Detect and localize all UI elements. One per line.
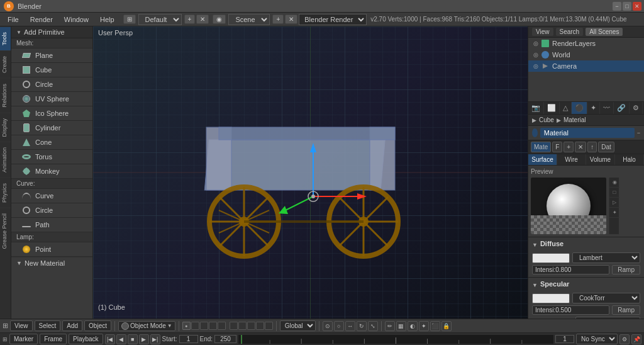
add-plane[interactable]: Plane — [11, 48, 92, 63]
toolbar-icon-left[interactable]: ⊞ — [3, 322, 8, 330]
add-torus[interactable]: Torus — [11, 150, 92, 164]
diffuse-shader-select[interactable]: Lambert — [572, 252, 640, 263]
prop-btn-plus[interactable]: + — [564, 142, 574, 152]
layer-btn-6[interactable] — [230, 322, 238, 330]
toolbar-add[interactable]: Add — [62, 320, 82, 331]
add-path[interactable]: Path — [11, 218, 92, 232]
prop-btn-f[interactable]: F — [552, 142, 562, 152]
diffuse-color-swatch[interactable] — [532, 253, 570, 263]
hardness-value[interactable]: 50 — [575, 317, 640, 319]
play-btn[interactable]: ▶ — [139, 334, 149, 344]
end-frame-input[interactable] — [214, 335, 236, 343]
outliner-render-layers[interactable]: ◎ RenderLayers — [528, 38, 644, 49]
close-button[interactable]: ✕ — [633, 2, 641, 11]
viewport-3d[interactable]: User Persp (1) Cube — [93, 26, 528, 319]
diffuse-intens-field[interactable]: Intensi:0.800 — [532, 265, 609, 274]
layer-btn-5[interactable] — [218, 322, 226, 330]
timeline-marker[interactable]: Marker — [9, 334, 38, 344]
toolbar-view[interactable]: View — [10, 320, 33, 331]
layer-btn-9[interactable] — [256, 322, 264, 330]
scene-select[interactable]: Scene — [228, 14, 270, 25]
prop-icon-camera[interactable]: 📷 — [528, 102, 544, 114]
specular-color-swatch[interactable] — [532, 293, 570, 303]
new-material-section[interactable]: ▼ New Material — [11, 257, 92, 269]
add-circle[interactable]: Circle — [11, 77, 92, 92]
tab-relations[interactable]: Relations — [0, 78, 11, 113]
layer-btn-10[interactable] — [265, 322, 273, 330]
tab-physics[interactable]: Physics — [0, 178, 11, 208]
toolbar-object[interactable]: Object — [84, 320, 111, 331]
outliner-camera[interactable]: ◎ Camera — [528, 60, 644, 72]
layer-btn-7[interactable] — [238, 322, 247, 330]
add-icosphere[interactable]: Ico Sphere — [11, 106, 92, 121]
start-frame-input[interactable] — [179, 335, 198, 343]
transform-orientation-select[interactable]: Global — [280, 320, 316, 331]
prop-btn-x[interactable]: ✕ — [575, 142, 586, 152]
timeline-settings[interactable]: ⚙ — [619, 334, 630, 344]
menu-help[interactable]: Help — [95, 14, 119, 25]
next-frame-btn[interactable]: ▶| — [150, 334, 160, 344]
prop-icon-constraints[interactable]: 🔗 — [614, 102, 630, 114]
scene-add[interactable]: + — [272, 14, 284, 24]
draw-mode-btn[interactable]: ✏ — [385, 321, 395, 331]
tab-tools[interactable]: Tools — [0, 26, 11, 50]
tab-display[interactable]: Display — [0, 113, 11, 142]
preview-type-2[interactable]: □ — [609, 188, 619, 198]
prop-icon-modifiers[interactable]: ⚙ — [630, 102, 643, 114]
menu-file[interactable]: File — [3, 14, 24, 25]
outliner-world[interactable]: ◎ World — [528, 49, 644, 60]
surface-tab-surface[interactable]: Surface — [528, 154, 557, 165]
prop-icon-material[interactable]: ⚫ — [572, 102, 587, 114]
prop-btn-up[interactable]: ↑ — [587, 142, 597, 152]
minimize-button[interactable]: − — [613, 2, 621, 11]
outliner-tab-view[interactable]: View — [532, 28, 553, 36]
prop-icon-object[interactable]: ⬜ — [544, 102, 560, 114]
prop-icon-physics[interactable]: 〰 — [600, 102, 614, 114]
prop-btn-mate[interactable]: Mate — [531, 142, 551, 152]
surface-tab-wire[interactable]: Wire — [557, 154, 586, 165]
add-curve[interactable]: Curve — [11, 189, 92, 203]
current-frame-input[interactable] — [555, 335, 574, 343]
specular-shader-select[interactable]: CookTorr — [572, 293, 640, 303]
camera-btn[interactable]: ⬛ — [430, 321, 440, 331]
preview-type-4[interactable]: ✦ — [609, 208, 619, 218]
screen-layout-icon[interactable]: ⊞ — [123, 14, 136, 24]
timeline-frame[interactable]: Frame — [40, 334, 67, 344]
layer-btn-2[interactable] — [191, 322, 199, 330]
timeline-ruler[interactable] — [238, 335, 553, 344]
play-reverse-btn[interactable]: ◀ — [116, 334, 126, 344]
add-circle-curve[interactable]: Circle — [11, 203, 92, 218]
prop-btn-dat[interactable]: Dat — [598, 142, 614, 152]
screen-remove[interactable]: ✕ — [196, 14, 209, 24]
screen-add[interactable]: + — [184, 14, 196, 24]
scale-btn[interactable]: ⤡ — [368, 321, 378, 331]
timeline-pin[interactable]: 📌 — [631, 334, 641, 344]
layer-btn-1[interactable]: ● — [182, 322, 191, 330]
prop-icon-particles[interactable]: ✦ — [587, 102, 600, 114]
layer-btn-4[interactable] — [209, 322, 217, 330]
add-lamp-point[interactable]: Point — [11, 242, 92, 257]
diffuse-ramp-btn[interactable]: Ramp — [612, 265, 640, 274]
layer-btn-3[interactable] — [200, 322, 208, 330]
maximize-button[interactable]: □ — [623, 2, 631, 11]
menu-render[interactable]: Render — [25, 14, 58, 25]
mode-select-wrapper[interactable]: Object Mode ▼ — [118, 321, 175, 331]
tab-animation[interactable]: Animation — [0, 142, 11, 178]
render-engine-select[interactable]: Blender Render — [299, 14, 367, 25]
add-uvsphere[interactable]: UV Sphere — [11, 92, 92, 106]
tab-create[interactable]: Create — [0, 50, 11, 78]
add-cone[interactable]: Cone — [11, 135, 92, 150]
surface-tab-volume[interactable]: Volume — [586, 154, 615, 165]
prop-icon-mesh[interactable]: △ — [560, 102, 572, 114]
outliner-tab-search[interactable]: Search — [556, 28, 584, 36]
layer-btn-8[interactable] — [247, 322, 255, 330]
material-name-field[interactable] — [540, 128, 635, 138]
specular-ramp-btn[interactable]: Ramp — [612, 305, 640, 315]
preview-type-3[interactable]: ▷ — [609, 198, 619, 208]
toolbar-select[interactable]: Select — [35, 320, 61, 331]
prev-frame-btn[interactable]: |◀ — [105, 334, 115, 344]
add-cube[interactable]: Cube — [11, 63, 92, 77]
material-minus[interactable]: − — [637, 130, 640, 136]
add-primitive-title[interactable]: Add Primitive — [11, 26, 92, 38]
texture-btn[interactable]: ▦ — [396, 321, 406, 331]
